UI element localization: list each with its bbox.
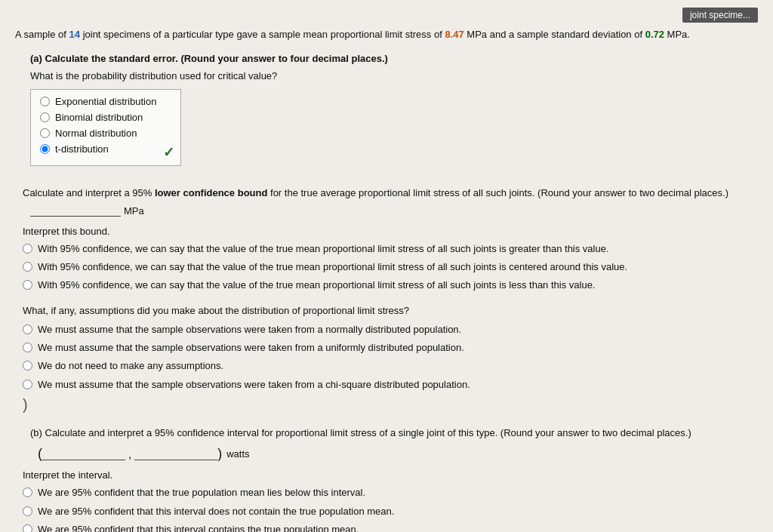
- mpa-input-line: MPa: [30, 204, 758, 217]
- interval-input-low[interactable]: [42, 448, 125, 460]
- b-interpret-option-3[interactable]: We are 95% confident that this interval …: [23, 523, 758, 532]
- mid-text2: MPa and a sample standard deviation of: [464, 29, 645, 40]
- radio-binomial-input[interactable]: [40, 112, 50, 122]
- radio-normal-input[interactable]: [40, 128, 50, 138]
- interpret-label: Interpret this bound.: [23, 226, 758, 237]
- assumptions-section: What, if any, assumptions did you make a…: [23, 303, 758, 392]
- assumption-label-4: We must assume that the sample observati…: [38, 378, 470, 392]
- bracket-close: ): [23, 396, 758, 414]
- distribution-question: What is the probability distribution use…: [30, 70, 758, 81]
- assumption-radio-2[interactable]: [23, 343, 32, 352]
- interpret-option-3[interactable]: With 95% confidence, we can say that the…: [23, 278, 758, 292]
- radio-normal[interactable]: Normal distribution: [40, 128, 171, 139]
- radio-tdist[interactable]: t-distribution: [40, 143, 171, 155]
- assumption-option-1[interactable]: We must assume that the sample observati…: [23, 323, 758, 337]
- part-a-label: (a) Calculate the standard error. (Round…: [30, 53, 758, 64]
- assumption-radio-4[interactable]: [23, 380, 32, 389]
- b-interpret-radio-2[interactable]: [23, 506, 32, 516]
- interpret-option-2[interactable]: With 95% confidence, we can say that the…: [23, 260, 758, 274]
- interpret-option-1[interactable]: With 95% confidence, we can say that the…: [23, 242, 758, 256]
- radio-tdist-label: t-distribution: [55, 143, 109, 155]
- confidence-bound-section: Calculate and interpret a 95% lower conf…: [23, 186, 758, 217]
- interval-input-high[interactable]: [134, 448, 217, 460]
- b-interpret-label-2: We are 95% confident that this interval …: [38, 505, 394, 518]
- interval-input-group: ( , ) watts: [38, 446, 758, 462]
- intro-text: A sample of: [15, 29, 69, 40]
- comma-separator: ,: [128, 447, 131, 460]
- radio-normal-label: Normal distribution: [55, 128, 137, 139]
- assumption-option-4[interactable]: We must assume that the sample observati…: [23, 378, 758, 392]
- assumptions-question: What, if any, assumptions did you make a…: [23, 303, 758, 318]
- b-interpret-option-1[interactable]: We are 95% confident that the true popul…: [23, 486, 758, 500]
- assumption-option-3[interactable]: We do not need to make any assumptions.: [23, 359, 758, 373]
- interpret-radio-3[interactable]: [23, 280, 32, 290]
- interpret-radio-1[interactable]: [23, 244, 32, 254]
- assumption-radio-3[interactable]: [23, 361, 32, 371]
- part-b-section: (b) Calculate and interpret a 95% confid…: [30, 426, 758, 463]
- interpret-label-3: With 95% confidence, we can say that the…: [38, 278, 596, 292]
- mean-value: 8.47: [445, 29, 463, 40]
- b-interpret-option-2[interactable]: We are 95% confident that this interval …: [23, 505, 758, 518]
- radio-binomial-label: Binomial distribution: [55, 112, 143, 123]
- part-b-label: (b) Calculate and interpret a 95% confid…: [30, 426, 758, 441]
- confidence-bound-text: Calculate and interpret a 95% lower conf…: [23, 186, 758, 201]
- assumption-option-2[interactable]: We must assume that the sample observati…: [23, 341, 758, 355]
- distribution-radio-group: Exponential distribution Binomial distri…: [30, 89, 181, 166]
- cb-bold: lower confidence bound: [155, 187, 268, 198]
- assumption-label-2: We must assume that the sample observati…: [38, 341, 464, 355]
- interpret-section: Interpret this bound. With 95% confidenc…: [23, 226, 758, 293]
- n-value: 14: [69, 29, 80, 40]
- radio-exponential-label: Exponential distribution: [55, 96, 156, 107]
- interpret-radio-2[interactable]: [23, 262, 32, 272]
- b-interpret-label-3: We are 95% confident that this interval …: [38, 523, 359, 532]
- cb-text1: Calculate and interpret a 95%: [23, 187, 155, 198]
- confidence-bound-input[interactable]: [30, 204, 121, 217]
- interpret-interval-label: Interpret the interval.: [23, 469, 758, 481]
- mid-text: joint specimens of a particular type gav…: [80, 29, 445, 40]
- radio-binomial[interactable]: Binomial distribution: [40, 112, 171, 123]
- radio-exponential-input[interactable]: [40, 97, 50, 106]
- assumption-label-3: We do not need to make any assumptions.: [38, 359, 223, 373]
- assumption-label-1: We must assume that the sample observati…: [38, 323, 461, 337]
- b-interpret-radio-1[interactable]: [23, 487, 32, 497]
- close-paren: ): [217, 446, 222, 462]
- radio-tdist-input[interactable]: [40, 144, 50, 154]
- top-bar: joint specime...: [15, 8, 758, 23]
- checkmark-icon: ✓: [163, 144, 174, 161]
- top-bar-button[interactable]: joint specime...: [682, 8, 758, 23]
- problem-header: A sample of 14 joint specimens of a part…: [15, 27, 758, 42]
- interpret-interval-section: Interpret the interval. We are 95% confi…: [23, 469, 758, 532]
- end-text: MPa.: [664, 29, 690, 40]
- sd-value: 0.72: [645, 29, 664, 40]
- interpret-label-2: With 95% confidence, we can say that the…: [38, 260, 627, 274]
- watts-unit: watts: [226, 448, 249, 460]
- b-interpret-radio-3[interactable]: [23, 524, 32, 532]
- b-interpret-label-1: We are 95% confident that the true popul…: [38, 486, 365, 500]
- mpa-unit: MPa: [124, 205, 144, 217]
- assumption-radio-1[interactable]: [23, 324, 32, 334]
- radio-exponential[interactable]: Exponential distribution: [40, 96, 171, 107]
- cb-text2: for the true average proportional limit …: [267, 187, 728, 198]
- interpret-label-1: With 95% confidence, we can say that the…: [38, 242, 609, 256]
